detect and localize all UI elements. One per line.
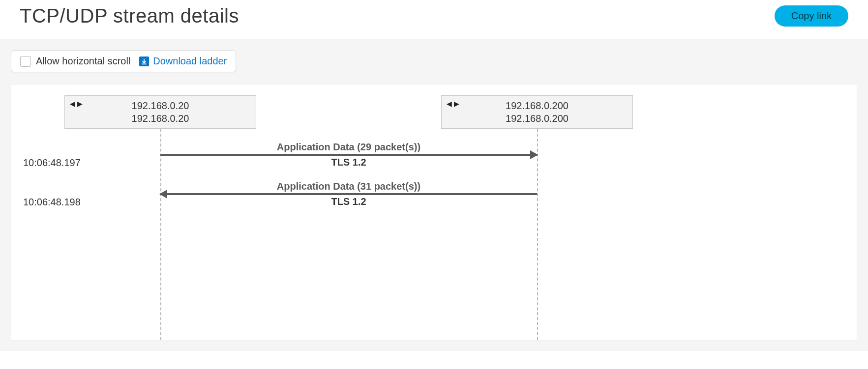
toolbar: Allow horizontal scroll Download ladder — [11, 50, 236, 72]
page-title: TCP/UDP stream details — [20, 5, 239, 27]
arrow-right-icon — [530, 150, 538, 159]
host-left-ip-2: 192.168.0.20 — [132, 112, 189, 125]
timestamp-2: 10:06:48.198 — [23, 197, 81, 208]
host-right-prev-icon[interactable]: ◀ — [447, 100, 452, 108]
host-right-ip-2: 192.168.0.200 — [506, 112, 569, 125]
message-2-bottom-label: TLS 1.2 — [160, 196, 537, 207]
host-box-left: ◀ ▶ 192.168.0.20 192.168.0.20 — [64, 95, 256, 129]
message-arrow-2[interactable]: Application Data (31 packet(s)) TLS 1.2 — [160, 181, 537, 207]
arrow-line-1 — [160, 154, 537, 156]
host-left-next-icon[interactable]: ▶ — [77, 100, 83, 108]
host-box-right: ◀ ▶ 192.168.0.200 192.168.0.200 — [441, 95, 633, 129]
allow-horizontal-scroll-checkbox[interactable]: Allow horizontal scroll — [20, 56, 130, 67]
message-2-top-label: Application Data (31 packet(s)) — [160, 181, 537, 192]
allow-horizontal-scroll-label: Allow horizontal scroll — [36, 56, 130, 67]
download-ladder-label: Download ladder — [153, 56, 227, 67]
copy-link-button[interactable]: Copy link — [775, 5, 848, 27]
lifeline-right — [537, 129, 538, 340]
checkbox-icon — [20, 56, 31, 67]
host-left-prev-icon[interactable]: ◀ — [70, 100, 75, 108]
download-ladder-link[interactable]: Download ladder — [139, 56, 227, 67]
message-1-bottom-label: TLS 1.2 — [160, 157, 537, 168]
host-right-ip-1: 192.168.0.200 — [506, 99, 569, 112]
message-arrow-1[interactable]: Application Data (29 packet(s)) TLS 1.2 — [160, 142, 537, 168]
ladder-diagram: ◀ ▶ 192.168.0.20 192.168.0.20 ◀ ▶ 192.16… — [11, 84, 857, 341]
message-1-top-label: Application Data (29 packet(s)) — [160, 142, 537, 153]
arrow-line-2 — [160, 193, 537, 195]
host-left-ip-1: 192.168.0.20 — [132, 99, 189, 112]
timestamp-1: 10:06:48.197 — [23, 157, 81, 169]
host-right-next-icon[interactable]: ▶ — [454, 100, 459, 108]
arrow-left-icon — [159, 190, 167, 199]
download-icon — [139, 57, 149, 66]
